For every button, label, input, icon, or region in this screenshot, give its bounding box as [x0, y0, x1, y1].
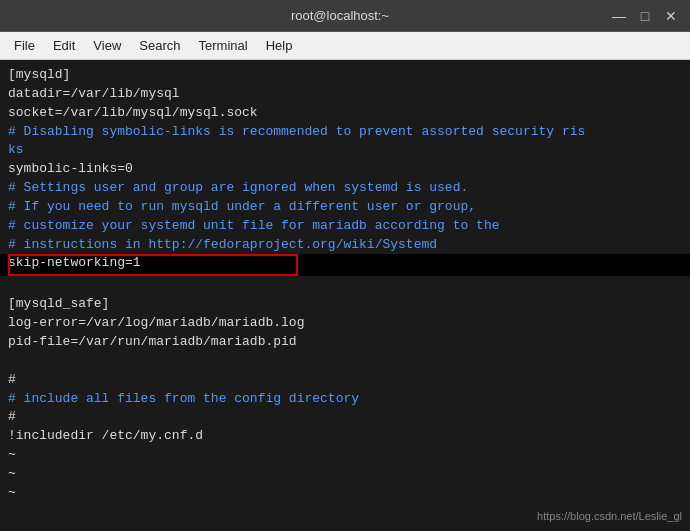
line-3: socket=/var/lib/mysql/mysql.sock — [8, 104, 682, 123]
terminal-content[interactable]: [mysqld] datadir=/var/lib/mysql socket=/… — [0, 60, 690, 531]
menu-help[interactable]: Help — [258, 35, 301, 56]
annotation-label: 隐藏端口 — [313, 254, 373, 276]
line-10: # instructions in http://fedoraproject.o… — [8, 236, 682, 255]
line-hash-2: # — [8, 408, 682, 427]
line-1: [mysqld] — [8, 66, 682, 85]
watermark: https://blog.csdn.net/Leslie_gl — [537, 509, 682, 525]
close-button[interactable]: ✕ — [662, 8, 680, 24]
menu-file[interactable]: File — [6, 35, 43, 56]
line-tilde-1: ~ — [8, 446, 682, 465]
line-4: # Disabling symbolic-links is recommende… — [8, 123, 682, 142]
line-log-error: log-error=/var/log/mariadb/mariadb.log — [8, 314, 682, 333]
line-pid-file: pid-file=/var/run/mariadb/mariadb.pid — [8, 333, 682, 352]
menubar: File Edit View Search Terminal Help — [0, 32, 690, 60]
menu-edit[interactable]: Edit — [45, 35, 83, 56]
line-hash-1: # — [8, 371, 682, 390]
line-blank-2 — [8, 352, 682, 371]
line-9: # customize your systemd unit file for m… — [8, 217, 682, 236]
line-2: datadir=/var/lib/mysql — [8, 85, 682, 104]
line-include-comment: # include all files from the config dire… — [8, 390, 682, 409]
line-blank-1 — [8, 276, 682, 295]
menu-search[interactable]: Search — [131, 35, 188, 56]
line-5: ks — [8, 141, 682, 160]
menu-terminal[interactable]: Terminal — [191, 35, 256, 56]
menu-view[interactable]: View — [85, 35, 129, 56]
line-includedir: !includedir /etc/my.cnf.d — [8, 427, 682, 446]
minimize-button[interactable]: — — [610, 8, 628, 24]
titlebar: root@localhost:~ — □ ✕ — [0, 0, 690, 32]
skip-networking-line: skip-networking=1 — [8, 255, 141, 270]
line-mysqld-safe: [mysqld_safe] — [8, 295, 682, 314]
window-controls: — □ ✕ — [610, 8, 680, 24]
line-tilde-2: ~ — [8, 465, 682, 484]
highlighted-line-container: skip-networking=1 隐藏端口 — [8, 254, 682, 276]
line-7: # Settings user and group are ignored wh… — [8, 179, 682, 198]
line-8: # If you need to run mysqld under a diff… — [8, 198, 682, 217]
line-tilde-3: ~ — [8, 484, 682, 503]
line-6: symbolic-links=0 — [8, 160, 682, 179]
maximize-button[interactable]: □ — [636, 8, 654, 24]
window-title: root@localhost:~ — [70, 8, 610, 23]
